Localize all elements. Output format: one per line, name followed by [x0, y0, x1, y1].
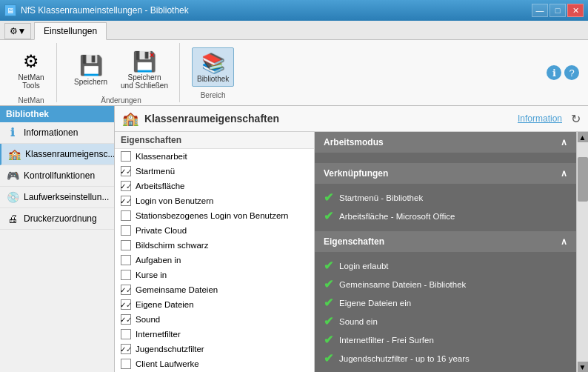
green-check-icon: ✔	[324, 296, 333, 310]
scroll-down-button[interactable]: ▼	[578, 362, 588, 372]
speichern-schliessen-icon: 💾✕	[133, 50, 156, 73]
panel-item[interactable]: ✔Sound ein	[322, 312, 569, 331]
panel-item[interactable]: ✔Startmenü - Bibliothek	[322, 188, 569, 207]
sidebar-item-informationen[interactable]: ℹ Informationen	[0, 122, 114, 144]
tab-einstellungen[interactable]: Einstellungen	[34, 22, 107, 40]
info-icon[interactable]: ℹ	[547, 65, 561, 80]
prop-checkbox-5[interactable]	[121, 225, 131, 236]
panel-section-header-eigenschaften[interactable]: Eigenschaften∧	[315, 231, 576, 252]
info-link[interactable]: Information	[518, 113, 562, 124]
ribbon-group-bereich: 📚 Bibliothek Bereich	[186, 43, 240, 102]
content-body: Eigenschaften Klassenarbeit✓Startmenü✓Ar…	[115, 132, 588, 372]
prop-label-8: Kurse in	[136, 270, 167, 279]
prop-checkbox-10[interactable]: ✓	[121, 299, 131, 310]
panel-item[interactable]: ✔Jugendschutzfilter - up to 16 years	[322, 349, 569, 368]
quick-access-icon[interactable]: ⚙▼	[4, 23, 31, 39]
content-header-icon: 🏫	[122, 110, 138, 127]
prop-item: Private Cloud	[115, 223, 314, 238]
panel-section-chevron-arbeitsmodus: ∧	[561, 137, 567, 147]
prop-items-container: Klassenarbeit✓Startmenü✓Arbeitsfläche✓Lo…	[115, 149, 314, 372]
prop-checkbox-4[interactable]	[121, 210, 131, 221]
panel-item-label: Startmenü - Bibliothek	[339, 193, 423, 202]
prop-item: Aufgaben in	[115, 253, 314, 268]
title-bar-left: 🖥 NfS Klassenraumeinstellungen - Bibliot…	[4, 4, 189, 16]
laufwerkseinstellungen-icon: 💿	[6, 190, 19, 204]
speichern-schliessen-button[interactable]: 💾✕ Speichernund Schließen	[116, 46, 173, 93]
klassenraumeigenschaften-label: Klassenraumeigensc...	[25, 149, 115, 159]
kontrollfunktionen-label: Kontrollfunktionen	[24, 170, 95, 181]
properties-header: Eigenschaften	[115, 132, 314, 149]
prop-label-4: Stationsbezogenes Login von Benutzern	[136, 211, 289, 220]
prop-label-3: Login von Benutzern	[136, 196, 214, 205]
green-check-icon: ✔	[324, 314, 333, 328]
prop-checkbox-7[interactable]	[121, 255, 131, 265]
panel-item[interactable]: ✔Internetfilter - Frei Surfen	[322, 331, 569, 349]
bibliothek-button[interactable]: 📚 Bibliothek	[192, 47, 234, 87]
bibliothek-icon: 📚	[201, 51, 225, 75]
prop-item: ✓Gemeinsame Dateien	[115, 282, 314, 297]
ribbon-group-aenderungen: 💾 Speichern 💾✕ Speichernund Schließen Än…	[63, 43, 180, 102]
scrollbar-thumb[interactable]	[578, 157, 588, 202]
prop-checkbox-14[interactable]	[121, 359, 131, 369]
panel-item-label: Internetfilter - Frei Surfen	[339, 336, 434, 345]
prop-item: Kurse in	[115, 268, 314, 282]
prop-label-14: Client Laufwerke	[136, 359, 199, 368]
prop-label-9: Gemeinsame Dateien	[136, 285, 218, 294]
prop-checkbox-11[interactable]: ✓	[121, 314, 131, 325]
panel-section-header-arbeitsmodus[interactable]: Arbeitsmodus∧	[315, 132, 576, 153]
scroll-up-button[interactable]: ▲	[578, 132, 588, 142]
netman-tools-button[interactable]: ⚙ NetManTools	[12, 46, 50, 93]
sidebar-item-laufwerkseinstellungen[interactable]: 💿 Laufwerkseinstellun...	[0, 187, 114, 208]
prop-checkbox-0[interactable]	[121, 151, 131, 162]
refresh-icon[interactable]: ↻	[571, 112, 581, 126]
panel-item[interactable]: ✔Drucker - Bibliothek	[322, 368, 569, 372]
prop-checkbox-8[interactable]	[121, 270, 131, 280]
sidebar-item-kontrollfunktionen[interactable]: 🎮 Kontrollfunktionen	[0, 165, 114, 187]
panel-item[interactable]: ✔Arbeitsfläche - Microsoft Office	[322, 207, 569, 225]
prop-checkbox-2[interactable]: ✓	[121, 181, 131, 191]
panel-section-header-verknuepfungen[interactable]: Verknüpfungen∧	[315, 163, 576, 184]
panel-item[interactable]: ✔Gemeinsame Dateien - Bibliothek	[322, 275, 569, 293]
sidebar: Bibliothek ℹ Informationen 🏫 Klassenraum…	[0, 106, 115, 372]
sidebar-item-druckerzuordnung[interactable]: 🖨 Druckerzuordnung	[0, 208, 114, 230]
title-bar-text: NfS Klassenraumeinstellungen - Bibliothe…	[21, 5, 189, 16]
informationen-label: Informationen	[24, 127, 78, 138]
laufwerkseinstellungen-label: Laufwerkseinstellun...	[24, 192, 109, 202]
ribbon: ⚙▼ Einstellungen ⚙ NetManTools NetMan 💾 …	[0, 21, 588, 106]
ribbon-content: ⚙ NetManTools NetMan 💾 Speichern 💾✕ Spei…	[0, 40, 588, 105]
speichern-button[interactable]: 💾 Speichern	[69, 50, 113, 90]
help-icon[interactable]: ?	[564, 65, 579, 80]
minimize-button[interactable]: —	[532, 4, 548, 17]
netman-tools-icon: ⚙	[19, 50, 43, 73]
prop-item: Internetfilter	[115, 327, 314, 342]
prop-item: ✓Login von Benutzern	[115, 193, 314, 208]
prop-checkbox-3[interactable]: ✓	[121, 196, 131, 206]
maximize-button[interactable]: □	[549, 4, 566, 17]
prop-checkbox-12[interactable]	[121, 329, 131, 339]
prop-label-10: Eigene Dateien	[136, 300, 194, 309]
prop-checkbox-6[interactable]	[121, 240, 131, 250]
kontrollfunktionen-icon: 🎮	[6, 169, 19, 182]
prop-label-7: Aufgaben in	[136, 256, 181, 265]
prop-checkbox-13[interactable]: ✓	[121, 344, 131, 354]
prop-checkbox-1[interactable]: ✓	[121, 166, 131, 176]
title-bar: 🖥 NfS Klassenraumeinstellungen - Bibliot…	[0, 0, 588, 21]
panel-item[interactable]: ✔Login erlaubt	[322, 256, 569, 275]
green-check-icon: ✔	[324, 277, 333, 291]
sidebar-item-klassenraumeigenschaften[interactable]: 🏫 Klassenraumeigensc...	[0, 144, 114, 165]
right-panel-sections: Arbeitsmodus∧Verknüpfungen∧✔Startmenü - …	[315, 132, 576, 372]
prop-item: Bildschirm schwarz	[115, 238, 314, 253]
prop-label-12: Internetfilter	[136, 330, 181, 339]
prop-checkbox-9[interactable]: ✓	[121, 285, 131, 295]
properties-panel: Eigenschaften Klassenarbeit✓Startmenü✓Ar…	[115, 132, 315, 372]
prop-item: Stationsbezogenes Login von Benutzern	[115, 208, 314, 223]
green-check-icon: ✔	[324, 259, 333, 273]
prop-label-6: Bildschirm schwarz	[136, 241, 208, 250]
prop-label-11: Sound	[136, 315, 160, 324]
panel-item-label: Eigene Dateien ein	[339, 299, 411, 308]
panel-item[interactable]: ✔Eigene Dateien ein	[322, 293, 569, 312]
content-header: 🏫 Klassenraumeigenschaften Information ↻	[115, 106, 588, 132]
bibliothek-label: Bibliothek	[197, 75, 229, 83]
panel-section-verknuepfungen: Verknüpfungen∧✔Startmenü - Bibliothek✔Ar…	[315, 163, 576, 230]
close-button[interactable]: ✕	[567, 4, 584, 17]
